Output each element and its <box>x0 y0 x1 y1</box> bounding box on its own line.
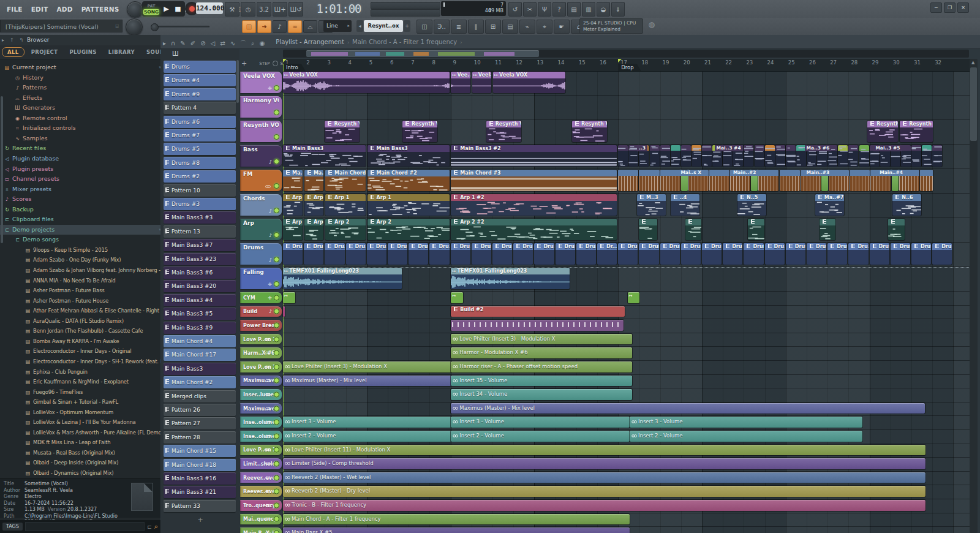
clip-vee-ox[interactable]: ↦ Vee..OX <box>451 72 470 93</box>
browser-item-history[interactable]: ◷History <box>0 73 160 83</box>
clip-dr[interactable]: Dr... <box>597 243 617 265</box>
piano-roll-icon[interactable]: Э‥ <box>434 20 450 34</box>
add-track-icon[interactable]: + <box>241 59 247 67</box>
clip-dru-2[interactable]: Dru..#2 <box>472 243 491 265</box>
clip-label-main-4[interactable]: Main..#4 <box>878 170 905 176</box>
clip-love-philter-insert-3-modulation-x[interactable]: Love Philter (Insert 3) - Modulation X <box>451 334 631 345</box>
clip-resynth-vox-3[interactable]: Resynth Vox #3 <box>486 121 521 142</box>
clip-arp-2[interactable]: Arp 2 <box>283 219 303 240</box>
clip-pat[interactable] <box>820 219 835 240</box>
clip-veela-vox[interactable]: ↦ Veela VOX <box>493 72 565 93</box>
cut-icon[interactable]: ✂ <box>523 2 537 17</box>
clip-4[interactable]: ..4 <box>671 194 699 216</box>
clip-resynth-vox-4[interactable]: Resynth Vox #4 <box>572 121 607 142</box>
clip-temfx01-fallinglong023[interactable]: ↦ TEMFX01-FallingLong023 <box>283 268 402 289</box>
track-header-harmony-vox-1[interactable]: Harmony VOX <box>240 96 282 118</box>
clip-dru-3[interactable]: Dru..#3 <box>848 243 868 265</box>
clip-mini-bass[interactable] <box>765 145 775 167</box>
pattern-item-main-bass3-7[interactable]: Main Bass3 #7 <box>164 239 236 251</box>
browser-item-olbaid-dynamics-original-mix[interactable]: ▤Olbaid - Dynamics (Original Mix) <box>0 468 160 478</box>
track-enable-led[interactable] <box>274 85 279 91</box>
clip-mini-bass[interactable] <box>755 145 764 167</box>
browser-item-mixer-presets[interactable]: ⌗Mixer presets <box>0 184 160 194</box>
plugin-icon[interactable]: ⌁ <box>519 20 535 34</box>
pattern-list-scrollbar[interactable] <box>236 60 239 103</box>
track-header-maximu-vel-15[interactable]: Maximu..vel <box>240 376 282 387</box>
playlist-tool-4-icon[interactable]: ⊘ <box>200 40 205 47</box>
clip-dru-2[interactable]: Dru..2 <box>451 243 470 265</box>
clip-mini-bass[interactable] <box>911 145 921 167</box>
clip-dru-2[interactable]: Dru..#2 <box>304 243 323 265</box>
clip-label-main-2[interactable]: Main..#2 <box>731 170 758 176</box>
clip-main-chord-a-filter-1-frequency[interactable]: Main Chord - A - Filter 1 frequency <box>283 514 630 525</box>
clip-resynth-vox-2[interactable]: Resynth Vox #2 <box>402 121 437 142</box>
clip-label-mai-s-x[interactable]: Mai..s X <box>679 170 703 176</box>
track-enable-led[interactable] <box>274 461 279 466</box>
clip-harmor-riser-a-phaser-offset-motion-speed[interactable]: Harmor riser - A - Phaser offset motion … <box>451 361 631 372</box>
playlist-vscrollbar[interactable]: ▲ <box>970 59 978 533</box>
save-icon[interactable]: ▤ <box>567 2 581 17</box>
browser-item-recent-files[interactable]: ↻Recent files <box>0 143 160 153</box>
clip-mini-bass[interactable] <box>702 145 712 167</box>
browser-item-samples[interactable]: ∿Samples <box>0 134 160 143</box>
pattern-prev-button[interactable]: ◂ <box>356 20 363 32</box>
browser-item-effects[interactable]: ⌓Effects <box>0 93 160 103</box>
pattern-item-main-bass3-5[interactable]: Main Bass3 #5 <box>164 308 236 320</box>
playlist-hscrollbar[interactable] <box>283 50 969 58</box>
browser-scrollbar[interactable] <box>1 96 3 243</box>
track-enable-led[interactable] <box>274 378 279 384</box>
clip-n-6[interactable]: N..6 <box>892 194 921 216</box>
marker-drop[interactable]: Drop <box>618 64 641 71</box>
time-display[interactable]: 1:01:00 <box>309 1 368 17</box>
clip-dru-2[interactable]: Dru..#2 <box>409 243 428 265</box>
clip-mini-bass[interactable] <box>901 145 911 167</box>
countdown-icon[interactable]: 3.2 <box>257 2 271 17</box>
clip-mini-bass[interactable] <box>838 145 848 167</box>
clip-dru-2[interactable]: Dru..#2 <box>492 243 512 265</box>
tempo-display[interactable]: 124.000 <box>196 2 223 14</box>
pattern-item-drums-2[interactable]: Drums #2 <box>164 170 236 183</box>
clip-cym[interactable]: ↦ <box>628 292 640 303</box>
step-toggle[interactable] <box>273 61 278 66</box>
pattern-item-pattern-26[interactable]: Pattern 26 <box>164 404 236 416</box>
clip-drums[interactable]: Drums <box>723 243 742 265</box>
pattern-item-pattern-10[interactable]: Pattern 10 <box>164 184 236 197</box>
pattern-item-main-chord-18[interactable]: Main Chord #18 <box>164 459 236 471</box>
track-header-resynth-vox-2[interactable]: Resynth VOX <box>240 121 282 142</box>
browser-panel-icon[interactable]: ⊞ <box>485 20 501 34</box>
browser-item-ephixa-club-penguin[interactable]: ▤Ephixa - Club Penguin <box>0 367 160 377</box>
clip-mini-bass[interactable] <box>618 145 628 167</box>
clip-mini-bass[interactable] <box>859 145 869 167</box>
clip-insert-3-volume[interactable]: Insert 3 - Volume <box>451 417 630 428</box>
pattern-item-main-bass3-21[interactable]: Main Bass3 #21 <box>164 486 236 498</box>
browser-item-9loops-keep-it-simple-2015[interactable]: ▤9loops - Keep It Simple - 2015 <box>0 245 160 255</box>
pattern-item-main-chord-2[interactable]: Main Chord #2 <box>164 376 236 388</box>
track-header-limit-shold-21[interactable]: Limit..shold <box>240 458 282 469</box>
track-header-inse-olume-19[interactable]: Inse..olume <box>240 431 282 442</box>
clip-drums[interactable]: Drums <box>744 243 763 265</box>
clip-ma-2[interactable]: Ma..#2 <box>283 170 303 191</box>
marker-intro[interactable]: Intro <box>283 64 306 71</box>
clip-cym[interactable]: ↦ <box>451 292 463 303</box>
browser-tab-plugins[interactable]: PLUGINS <box>64 48 101 56</box>
playlist-tool-7-icon[interactable]: ∿ <box>230 40 235 47</box>
clip-dru-2[interactable]: Dru..#2 <box>388 243 407 265</box>
link-icon[interactable]: ∞ <box>288 20 302 33</box>
track-header-cym-9[interactable]: CYM✛ <box>240 292 282 303</box>
clip-mini-fm[interactable] <box>758 170 778 191</box>
playlist-icon[interactable]: ◫ <box>417 20 432 34</box>
playlist-breadcrumb[interactable]: Playlist - Arrangement›Main Chord - A - … <box>276 39 465 45</box>
browser-item-current-project[interactable]: ▤Current project▾ <box>0 62 160 72</box>
track-enable-led[interactable] <box>274 295 279 300</box>
master-pitch-knob[interactable] <box>127 1 143 18</box>
track-header-reever-evel-22[interactable]: Reever..evel <box>240 472 282 483</box>
clip-dru-3[interactable]: Dru..3 <box>932 243 952 265</box>
playlist-row-build-10[interactable] <box>283 306 975 320</box>
pattern-item-main-bass3-9[interactable]: Main Bass3 #9 <box>164 322 236 334</box>
playlist-tool-6-icon[interactable]: ⇄ <box>220 40 225 47</box>
wait-for-input-icon[interactable]: ◷ <box>241 2 255 17</box>
browser-item-electroconductor-inner-days-original[interactable]: ▤Electroconductor - Inner Days - Origina… <box>0 346 160 356</box>
clip-main-chord-2[interactable]: Main Chord #2 <box>325 170 366 191</box>
clip-drums[interactable]: Drums <box>639 243 658 265</box>
playlist-tool-5-icon[interactable]: ◁ <box>211 40 216 47</box>
